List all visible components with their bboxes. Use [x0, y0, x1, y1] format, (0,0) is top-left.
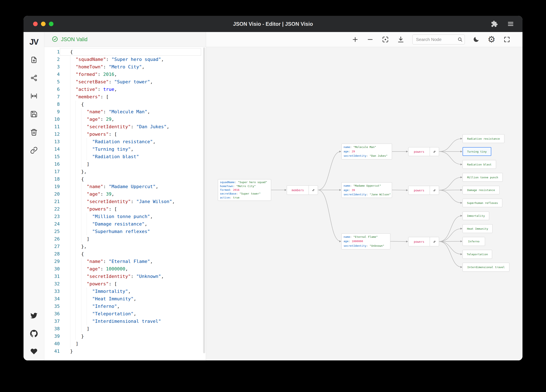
graph-node-root[interactable]: squadName: "Super hero squad"homeTown: "… — [218, 179, 271, 201]
code-line: "Heat Immunity", — [60, 295, 201, 303]
graph-icon[interactable] — [30, 74, 38, 82]
collapse-children-button[interactable] — [430, 186, 439, 195]
settings-icon[interactable]: ⚙ — [488, 35, 495, 44]
heart-icon[interactable] — [30, 348, 38, 355]
save-icon[interactable] — [30, 110, 38, 118]
graph-node-leaf-3b[interactable]: Heat Immunity — [462, 224, 493, 233]
line-number: 23 — [44, 213, 60, 220]
window-title: JSON Visio - Editor | JSON Visio — [24, 21, 522, 27]
menu-icon[interactable] — [507, 20, 514, 27]
line-number: 41 — [44, 348, 60, 355]
code-row: 8 { — [44, 101, 206, 108]
editor-scrollbar[interactable] — [203, 47, 205, 360]
line-number: 31 — [44, 273, 60, 280]
code-line: ] — [60, 160, 201, 168]
json-editor-panel: JSON Valid 1{2 "squadName": "Super hero … — [44, 32, 206, 360]
link-icon[interactable] — [30, 146, 38, 154]
graph-node-leaf-3e[interactable]: Interdimensional travel — [462, 263, 509, 272]
code-row: 1{ — [44, 48, 206, 56]
graph-node-powers-1[interactable]: powers — [408, 147, 439, 156]
graph-canvas[interactable]: squadName: "Super hero squad"homeTown: "… — [206, 32, 522, 360]
code-row: 4 "formed": 2016, — [44, 71, 206, 78]
line-number: 25 — [44, 228, 60, 235]
code-line: "Inferno", — [60, 303, 201, 310]
array-node-label: powers — [409, 147, 430, 156]
graph-node-powers-2[interactable]: powers — [408, 186, 439, 195]
graph-node-leaf-2b[interactable]: Damage resistance — [462, 186, 500, 194]
code-row: 36 "Teleportation", — [44, 310, 206, 318]
zoom-window-button[interactable] — [49, 22, 53, 26]
line-number: 18 — [44, 175, 60, 183]
code-line: "active": true, — [60, 86, 201, 93]
line-number: 33 — [44, 288, 60, 295]
code-row: 21 "secretIdentity": "Jane Wilson", — [44, 198, 206, 205]
code-row: 28 { — [44, 250, 206, 258]
line-number: 39 — [44, 333, 60, 340]
line-number: 24 — [44, 220, 60, 228]
line-number: 16 — [44, 160, 60, 168]
code-row: 10 "age": 29, — [44, 116, 206, 123]
json-valid-status: JSON Valid — [61, 36, 87, 42]
graph-node-leaf-3c[interactable]: Inferno — [462, 237, 485, 246]
code-row: 14 "Turning tiny", — [44, 145, 206, 153]
collapse-children-button[interactable] — [430, 147, 439, 156]
graph-node-leaf-1c[interactable]: Radiation blast — [462, 160, 496, 169]
graph-node-leaf-2a[interactable]: Million tonne punch — [462, 173, 503, 182]
code-row: 9 "name": "Molecule Man", — [44, 108, 206, 116]
graph-node-members[interactable]: members — [287, 185, 318, 195]
zoom-out-icon[interactable] — [367, 36, 374, 43]
code-row: 41} — [44, 348, 206, 355]
code-row: 25 "Superhuman reflexes" — [44, 228, 206, 235]
collapse-children-button[interactable] — [430, 237, 439, 246]
node-search — [412, 34, 465, 44]
twitter-icon[interactable] — [30, 312, 38, 319]
close-window-button[interactable] — [33, 22, 38, 26]
search-input[interactable] — [412, 34, 465, 44]
code-row: 22 "powers": [ — [44, 205, 206, 213]
graph-node-leaf-2c[interactable]: Superhuman reflexes — [462, 199, 502, 207]
graph-node-member-3[interactable]: name: "Eternal Flame"age: 1000000secretI… — [341, 234, 390, 249]
graph-node-leaf-3a[interactable]: Immortality — [462, 212, 489, 220]
github-icon[interactable] — [30, 330, 38, 337]
line-number: 6 — [44, 86, 60, 93]
download-icon[interactable] — [397, 36, 404, 43]
graph-node-leaf-3d[interactable]: Teleportation — [462, 250, 492, 259]
code-line: "powers": [ — [60, 280, 201, 288]
graph-edge — [318, 152, 341, 190]
code-line: ] — [60, 325, 201, 333]
graph-edge — [439, 229, 462, 241]
node-field: name: "Eternal Flame" — [344, 235, 388, 239]
collapse-children-button[interactable] — [309, 186, 318, 195]
minimize-window-button[interactable] — [41, 22, 46, 26]
graph-node-leaf-1b[interactable]: Turning tiny — [462, 147, 491, 156]
fullscreen-icon[interactable] — [503, 36, 510, 43]
dark-mode-icon[interactable] — [473, 36, 480, 43]
extensions-icon[interactable] — [491, 20, 498, 27]
code-line: }, — [60, 243, 201, 250]
fit-width-icon[interactable] — [30, 92, 38, 100]
line-number: 15 — [44, 153, 60, 160]
graph-node-leaf-1a[interactable]: Radiation resistance — [462, 134, 504, 143]
code-row: 5 "secretBase": "Super tower", — [44, 78, 206, 86]
app-logo[interactable]: JV — [29, 32, 38, 52]
code-line: "age": 29, — [60, 116, 201, 123]
traffic-lights — [33, 22, 53, 26]
line-number: 21 — [44, 198, 60, 205]
graph-node-member-1[interactable]: name: "Molecule Man"age: 29secretIdentit… — [341, 144, 392, 159]
line-number: 11 — [44, 123, 60, 131]
graph-edge — [439, 177, 462, 190]
code-row: 26 ] — [44, 235, 206, 243]
zoom-in-icon[interactable] — [352, 36, 359, 43]
graph-node-member-2[interactable]: name: "Madame Uppercut"age: 39secretIden… — [341, 182, 392, 198]
search-icon[interactable] — [457, 37, 463, 43]
line-number: 8 — [44, 101, 60, 108]
line-number: 35 — [44, 303, 60, 310]
code-editor[interactable]: 1{2 "squadName": "Super hero squad",3 "h… — [44, 47, 206, 360]
code-line: "age": 39, — [60, 190, 201, 198]
delete-icon[interactable] — [30, 128, 38, 136]
new-document-icon[interactable] — [30, 56, 38, 63]
code-line: { — [60, 48, 201, 56]
center-focus-icon[interactable] — [382, 36, 389, 43]
graph-node-powers-3[interactable]: powers — [408, 237, 439, 246]
code-line: } — [60, 348, 201, 355]
